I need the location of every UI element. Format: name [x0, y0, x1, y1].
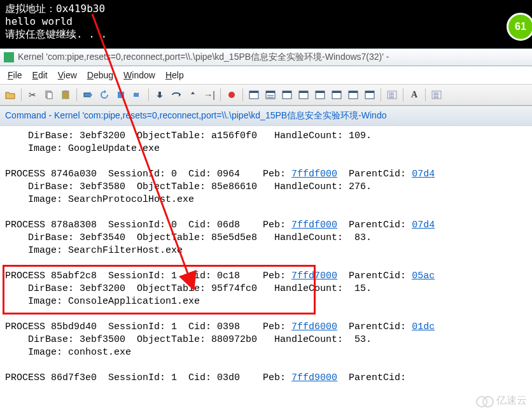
- toolbar-separator: [21, 88, 22, 101]
- process-detail: DirBase: 3ebf3540 ObjectTable: 85e5d5e8 …: [5, 232, 372, 243]
- process-detail: DirBase: 3ebf3200 ObjectTable: 95f74fc0 …: [5, 283, 372, 294]
- parent-cid-link[interactable]: 07d4: [412, 220, 435, 230]
- toolbar-separator: [76, 88, 77, 101]
- parent-cid-label: ParentCid:: [337, 169, 412, 180]
- svg-rect-14: [283, 91, 291, 93]
- open-button[interactable]: [3, 87, 18, 102]
- svg-rect-16: [299, 91, 308, 93]
- peb-link[interactable]: 7ffdf000: [291, 220, 337, 230]
- paste-button[interactable]: [58, 87, 73, 102]
- svg-rect-24: [365, 91, 374, 93]
- menu-edit[interactable]: Edit: [29, 69, 52, 81]
- copy-button[interactable]: [41, 87, 57, 102]
- cut-button[interactable]: ✂: [25, 87, 40, 102]
- parent-cid-link[interactable]: 01dc: [412, 322, 435, 332]
- watermark-icon: [476, 396, 493, 406]
- font-button[interactable]: A: [407, 87, 422, 102]
- step-out-button[interactable]: [185, 87, 200, 102]
- stop-button[interactable]: [113, 87, 129, 102]
- svg-rect-20: [332, 91, 341, 93]
- options-button[interactable]: 101101: [429, 87, 444, 102]
- app-icon: [4, 52, 14, 62]
- svg-rect-18: [316, 91, 325, 93]
- svg-text:101: 101: [389, 95, 395, 99]
- menu-debug[interactable]: Debug: [83, 69, 117, 81]
- command-output[interactable]: DirBase: 3ebf3200 ObjectTable: a156f0f0 …: [0, 126, 532, 410]
- peb-link[interactable]: 7ffdf000: [291, 169, 337, 180]
- badge-count: 61: [515, 21, 526, 32]
- parent-cid-link[interactable]: 07d4: [412, 169, 435, 180]
- toolbar-separator: [425, 88, 426, 101]
- process-image: Image: ConsoleApplication1.exe: [5, 296, 200, 307]
- process-header: PROCESS 8746a030 SessionId: 0 Cid: 0964 …: [5, 169, 291, 180]
- peb-link[interactable]: 7ffd6000: [291, 322, 337, 332]
- process-image: Image: SearchProtocolHost.exe: [5, 194, 194, 205]
- toolbar-separator: [403, 88, 403, 101]
- process-header: PROCESS 86d7f3e0 SessionId: 1 Cid: 03d0 …: [5, 372, 291, 383]
- menu-help[interactable]: Help: [162, 69, 188, 81]
- registers-window-button[interactable]: [296, 87, 311, 102]
- svg-text:101: 101: [433, 95, 439, 99]
- parent-cid-label: ParentCid:: [337, 372, 412, 383]
- watermark: 亿速云: [476, 394, 527, 407]
- process-header: PROCESS 878a8308 SessionId: 0 Cid: 06d8 …: [5, 220, 291, 230]
- window-title: Kernel 'com:pipe,resets=0,reconnect,port…: [18, 52, 389, 63]
- toolbar-separator: [148, 88, 149, 101]
- process-header: PROCESS 85abf2c8 SessionId: 1 Cid: 0c18 …: [5, 271, 291, 281]
- disasm-window-button[interactable]: [346, 87, 361, 102]
- svg-rect-7: [134, 93, 139, 97]
- calls-window-button[interactable]: [329, 87, 344, 102]
- scratch-window-button[interactable]: [362, 87, 377, 102]
- toolbar-separator: [220, 88, 221, 101]
- svg-rect-3: [64, 90, 67, 92]
- command-window-button[interactable]: [246, 87, 262, 102]
- step-over-button[interactable]: [169, 87, 184, 102]
- toolbar: ✂ ✕ →| 101101 A 101101: [0, 84, 532, 106]
- restart-button[interactable]: [97, 87, 112, 102]
- source-mode-button[interactable]: 101101: [384, 87, 400, 102]
- step-into-button[interactable]: [152, 87, 167, 102]
- parent-cid-label: ParentCid:: [337, 220, 412, 230]
- go-button[interactable]: [80, 87, 95, 102]
- watermark-text: 亿速云: [496, 394, 527, 407]
- parent-cid-link[interactable]: 05ac: [412, 271, 435, 281]
- process-detail: DirBase: 3ebf3580 ObjectTable: 85e86610 …: [5, 181, 372, 192]
- console-line: 虚拟地址：0x419b30: [5, 3, 105, 15]
- toolbar-separator: [242, 88, 243, 101]
- parent-cid-label: ParentCid:: [337, 322, 412, 332]
- parent-cid-label: ParentCid:: [337, 271, 412, 281]
- toolbar-separator: [381, 88, 381, 101]
- window-title-bar: Kernel 'com:pipe,resets=0,reconnect,port…: [0, 48, 532, 66]
- console-line: hello world: [5, 15, 73, 27]
- process-image: Image: SearchFilterHost.exe: [5, 245, 183, 256]
- memory-window-button[interactable]: [312, 87, 328, 102]
- svg-rect-10: [249, 91, 258, 93]
- command-window-title: Command - Kernel 'com:pipe,resets=0,reco…: [0, 106, 532, 126]
- menu-file[interactable]: FFileile: [4, 69, 26, 81]
- process-image: Image: conhost.exe: [5, 347, 131, 358]
- break-button[interactable]: ✕: [130, 87, 145, 102]
- run-to-cursor-button[interactable]: →|: [202, 87, 217, 102]
- console-line: 请按任意键继续. . .: [5, 28, 107, 40]
- menu-bar[interactable]: FFileile Edit View Debug Window Help: [0, 66, 532, 84]
- menu-view[interactable]: View: [54, 69, 81, 81]
- breakpoints-button[interactable]: [224, 87, 239, 102]
- notification-badge: 61: [507, 13, 532, 41]
- peb-link[interactable]: 7ffd7000: [291, 271, 337, 281]
- svg-point-8: [228, 92, 235, 98]
- process-detail: DirBase: 3ebf3200 ObjectTable: a156f0f0 …: [5, 131, 372, 141]
- svg-rect-12: [266, 91, 275, 93]
- console-output: 虚拟地址：0x419b30 hello world 请按任意键继续. . .: [0, 0, 532, 48]
- process-detail: DirBase: 3ebf3500 ObjectTable: 880972b0 …: [5, 334, 372, 345]
- process-header: PROCESS 85bd9d40 SessionId: 1 Cid: 0398 …: [5, 322, 291, 332]
- menu-window[interactable]: Window: [120, 69, 159, 81]
- svg-rect-1: [47, 92, 52, 99]
- watch-window-button[interactable]: [263, 87, 278, 102]
- svg-rect-5: [118, 92, 124, 98]
- peb-link[interactable]: 7ffd9000: [291, 372, 337, 383]
- process-image: Image: GoogleUpdate.exe: [5, 143, 160, 154]
- svg-rect-4: [84, 93, 90, 97]
- command-title-text: Command - Kernel 'com:pipe,resets=0,reco…: [5, 110, 386, 120]
- locals-window-button[interactable]: [279, 87, 295, 102]
- svg-rect-22: [349, 91, 358, 93]
